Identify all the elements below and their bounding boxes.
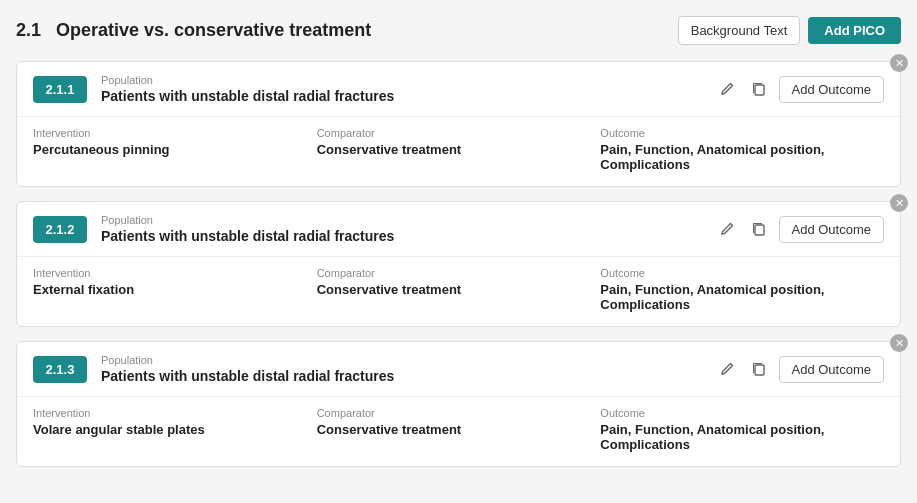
intervention-label: Intervention bbox=[33, 127, 301, 139]
intervention-field: Intervention Percutaneous pinning bbox=[33, 127, 317, 172]
outcome-field: Outcome Pain, Function, Anatomical posit… bbox=[600, 127, 884, 172]
population-value: Patients with unstable distal radial fra… bbox=[101, 228, 701, 244]
outcome-value: Pain, Function, Anatomical position, Com… bbox=[600, 142, 868, 172]
pico-badge: 2.1.1 bbox=[33, 76, 87, 103]
intervention-value: External fixation bbox=[33, 282, 301, 297]
pico-card-header: 2.1.1 Population Patients with unstable … bbox=[17, 62, 900, 117]
pico-badge: 2.1.2 bbox=[33, 216, 87, 243]
population-label: Population bbox=[101, 214, 701, 226]
copy-icon-button[interactable] bbox=[747, 217, 771, 241]
intervention-label: Intervention bbox=[33, 407, 301, 419]
header-buttons: Background Text Add PICO bbox=[678, 16, 901, 45]
pico-card-header: 2.1.3 Population Patients with unstable … bbox=[17, 342, 900, 397]
pico-card: ✕ 2.1.1 Population Patients with unstabl… bbox=[16, 61, 901, 187]
outcome-field: Outcome Pain, Function, Anatomical posit… bbox=[600, 267, 884, 312]
pico-card-body: Intervention Percutaneous pinning Compar… bbox=[17, 117, 900, 186]
pico-card: ✕ 2.1.3 Population Patients with unstabl… bbox=[16, 341, 901, 467]
comparator-field: Comparator Conservative treatment bbox=[317, 267, 601, 312]
page-header: 2.1 Operative vs. conservative treatment… bbox=[16, 16, 901, 45]
section-number: 2.1 bbox=[16, 20, 41, 40]
svg-rect-2 bbox=[755, 365, 764, 375]
intervention-field: Intervention External fixation bbox=[33, 267, 317, 312]
comparator-label: Comparator bbox=[317, 127, 585, 139]
close-button[interactable]: ✕ bbox=[890, 194, 908, 212]
pico-population: Population Patients with unstable distal… bbox=[101, 214, 701, 244]
pico-actions: Add Outcome bbox=[715, 76, 885, 103]
outcome-label: Outcome bbox=[600, 267, 868, 279]
svg-rect-0 bbox=[755, 85, 764, 95]
close-button[interactable]: ✕ bbox=[890, 334, 908, 352]
comparator-label: Comparator bbox=[317, 267, 585, 279]
outcome-value: Pain, Function, Anatomical position, Com… bbox=[600, 422, 868, 452]
population-value: Patients with unstable distal radial fra… bbox=[101, 368, 701, 384]
background-text-button[interactable]: Background Text bbox=[678, 16, 801, 45]
comparator-label: Comparator bbox=[317, 407, 585, 419]
outcome-field: Outcome Pain, Function, Anatomical posit… bbox=[600, 407, 884, 452]
section-title: Operative vs. conservative treatment bbox=[56, 20, 371, 40]
comparator-value: Conservative treatment bbox=[317, 142, 585, 157]
population-label: Population bbox=[101, 354, 701, 366]
outcome-label: Outcome bbox=[600, 127, 868, 139]
population-value: Patients with unstable distal radial fra… bbox=[101, 88, 701, 104]
svg-rect-1 bbox=[755, 225, 764, 235]
page-title: 2.1 Operative vs. conservative treatment bbox=[16, 20, 371, 41]
copy-icon-button[interactable] bbox=[747, 357, 771, 381]
pico-card: ✕ 2.1.2 Population Patients with unstabl… bbox=[16, 201, 901, 327]
close-button[interactable]: ✕ bbox=[890, 54, 908, 72]
pico-population: Population Patients with unstable distal… bbox=[101, 74, 701, 104]
intervention-value: Volare angular stable plates bbox=[33, 422, 301, 437]
pico-list: ✕ 2.1.1 Population Patients with unstabl… bbox=[16, 61, 901, 467]
pico-card-body: Intervention External fixation Comparato… bbox=[17, 257, 900, 326]
comparator-field: Comparator Conservative treatment bbox=[317, 407, 601, 452]
add-pico-button[interactable]: Add PICO bbox=[808, 17, 901, 44]
add-outcome-button[interactable]: Add Outcome bbox=[779, 216, 885, 243]
pico-actions: Add Outcome bbox=[715, 216, 885, 243]
intervention-label: Intervention bbox=[33, 267, 301, 279]
add-outcome-button[interactable]: Add Outcome bbox=[779, 76, 885, 103]
pico-actions: Add Outcome bbox=[715, 356, 885, 383]
intervention-field: Intervention Volare angular stable plate… bbox=[33, 407, 317, 452]
edit-icon-button[interactable] bbox=[715, 357, 739, 381]
comparator-value: Conservative treatment bbox=[317, 422, 585, 437]
pico-badge: 2.1.3 bbox=[33, 356, 87, 383]
copy-icon-button[interactable] bbox=[747, 77, 771, 101]
comparator-field: Comparator Conservative treatment bbox=[317, 127, 601, 172]
outcome-label: Outcome bbox=[600, 407, 868, 419]
add-outcome-button[interactable]: Add Outcome bbox=[779, 356, 885, 383]
population-label: Population bbox=[101, 74, 701, 86]
pico-card-body: Intervention Volare angular stable plate… bbox=[17, 397, 900, 466]
edit-icon-button[interactable] bbox=[715, 77, 739, 101]
edit-icon-button[interactable] bbox=[715, 217, 739, 241]
outcome-value: Pain, Function, Anatomical position, Com… bbox=[600, 282, 868, 312]
intervention-value: Percutaneous pinning bbox=[33, 142, 301, 157]
comparator-value: Conservative treatment bbox=[317, 282, 585, 297]
pico-card-header: 2.1.2 Population Patients with unstable … bbox=[17, 202, 900, 257]
pico-population: Population Patients with unstable distal… bbox=[101, 354, 701, 384]
